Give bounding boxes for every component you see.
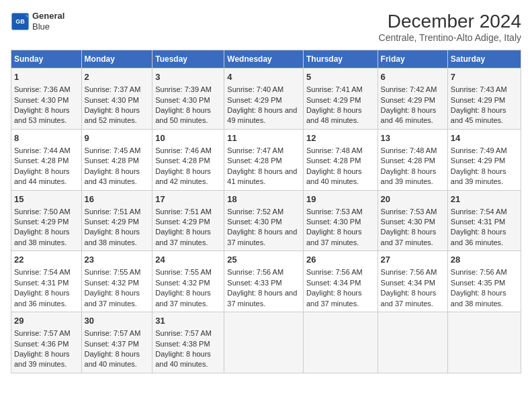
sunrise-label: Sunrise: 7:40 AM	[227, 85, 283, 93]
calendar-cell: 19Sunrise: 7:53 AMSunset: 4:30 PMDayligh…	[303, 190, 378, 251]
daylight-label: Daylight: 8 hours and 37 minutes.	[155, 289, 211, 307]
daylight-label: Daylight: 8 hours and 37 minutes.	[381, 228, 437, 246]
calendar-cell: 22Sunrise: 7:54 AMSunset: 4:31 PMDayligh…	[11, 251, 82, 312]
header: GB General Blue December 2024 Centrale, …	[11, 11, 521, 43]
day-number: 14	[451, 132, 518, 144]
calendar-table: SundayMondayTuesdayWednesdayThursdayFrid…	[11, 50, 521, 373]
day-number: 29	[14, 315, 79, 327]
sunset-label: Sunset: 4:30 PM	[306, 218, 361, 226]
daylight-label: Daylight: 8 hours and 37 minutes.	[306, 228, 362, 246]
day-header-tuesday: Tuesday	[152, 50, 224, 68]
calendar-cell: 23Sunrise: 7:55 AMSunset: 4:32 PMDayligh…	[81, 251, 152, 312]
sunset-label: Sunset: 4:32 PM	[155, 279, 210, 287]
sunset-label: Sunset: 4:28 PM	[381, 156, 435, 165]
day-number: 27	[381, 254, 445, 266]
sunset-label: Sunset: 4:34 PM	[306, 279, 361, 287]
sunrise-label: Sunrise: 7:52 AM	[227, 208, 283, 216]
daylight-label: Daylight: 8 hours and 39 minutes.	[381, 167, 437, 185]
calendar-cell: 15Sunrise: 7:50 AMSunset: 4:29 PMDayligh…	[11, 190, 82, 251]
calendar-cell: 3Sunrise: 7:39 AMSunset: 4:30 PMDaylight…	[152, 68, 224, 130]
daylight-label: Daylight: 8 hours and 49 minutes.	[227, 106, 297, 124]
day-number: 25	[227, 254, 300, 266]
sunrise-label: Sunrise: 7:57 AM	[85, 329, 141, 337]
day-number: 22	[14, 254, 79, 266]
sunrise-label: Sunrise: 7:56 AM	[451, 268, 507, 276]
daylight-label: Daylight: 8 hours and 37 minutes.	[381, 289, 437, 307]
day-number: 13	[381, 132, 445, 144]
sunrise-label: Sunrise: 7:55 AM	[155, 268, 212, 276]
daylight-label: Daylight: 8 hours and 46 minutes.	[381, 106, 437, 124]
sunset-label: Sunset: 4:29 PM	[14, 218, 69, 226]
day-header-monday: Monday	[81, 50, 152, 68]
calendar-cell: 26Sunrise: 7:56 AMSunset: 4:34 PMDayligh…	[303, 251, 378, 312]
sunset-label: Sunset: 4:28 PM	[306, 156, 361, 165]
calendar-cell: 20Sunrise: 7:53 AMSunset: 4:30 PMDayligh…	[378, 190, 447, 251]
week-row-3: 15Sunrise: 7:50 AMSunset: 4:29 PMDayligh…	[11, 190, 521, 251]
daylight-label: Daylight: 8 hours and 38 minutes.	[451, 289, 506, 307]
sunrise-label: Sunrise: 7:51 AM	[155, 208, 212, 216]
sunset-label: Sunset: 4:29 PM	[85, 218, 139, 226]
week-row-2: 8Sunrise: 7:44 AMSunset: 4:28 PMDaylight…	[11, 129, 521, 190]
day-number: 31	[155, 315, 221, 327]
sunrise-label: Sunrise: 7:44 AM	[14, 146, 71, 154]
calendar-cell	[303, 312, 378, 373]
sunset-label: Sunset: 4:28 PM	[14, 156, 69, 165]
calendar-cell: 27Sunrise: 7:56 AMSunset: 4:34 PMDayligh…	[378, 251, 447, 312]
sunset-label: Sunset: 4:29 PM	[451, 156, 505, 165]
day-number: 20	[381, 193, 445, 205]
sunrise-label: Sunrise: 7:48 AM	[306, 146, 363, 154]
calendar-cell	[224, 312, 304, 373]
calendar-cell: 14Sunrise: 7:49 AMSunset: 4:29 PMDayligh…	[447, 129, 521, 190]
sunset-label: Sunset: 4:30 PM	[155, 96, 210, 104]
day-number: 30	[85, 315, 150, 327]
daylight-label: Daylight: 8 hours and 37 minutes.	[85, 289, 140, 307]
main-title: December 2024	[379, 11, 521, 32]
calendar-cell	[378, 312, 447, 373]
logo: GB General Blue	[11, 11, 64, 32]
calendar-cell: 9Sunrise: 7:45 AMSunset: 4:28 PMDaylight…	[81, 129, 152, 190]
daylight-label: Daylight: 8 hours and 37 minutes.	[227, 289, 297, 307]
calendar-cell: 16Sunrise: 7:51 AMSunset: 4:29 PMDayligh…	[81, 190, 152, 251]
week-row-4: 22Sunrise: 7:54 AMSunset: 4:31 PMDayligh…	[11, 251, 521, 312]
day-number: 3	[155, 71, 221, 83]
title-area: December 2024 Centrale, Trentino-Alto Ad…	[379, 11, 521, 43]
day-number: 12	[306, 132, 375, 144]
calendar-cell: 17Sunrise: 7:51 AMSunset: 4:29 PMDayligh…	[152, 190, 224, 251]
sunrise-label: Sunrise: 7:55 AM	[85, 268, 141, 276]
day-number: 7	[451, 71, 518, 83]
sunrise-label: Sunrise: 7:56 AM	[306, 268, 363, 276]
sunset-label: Sunset: 4:30 PM	[14, 96, 69, 104]
daylight-label: Daylight: 8 hours and 45 minutes.	[451, 106, 506, 124]
daylight-label: Daylight: 8 hours and 36 minutes.	[14, 289, 70, 307]
sunset-label: Sunset: 4:37 PM	[85, 340, 139, 348]
header-row: SundayMondayTuesdayWednesdayThursdayFrid…	[11, 50, 521, 68]
week-row-1: 1Sunrise: 7:36 AMSunset: 4:30 PMDaylight…	[11, 68, 521, 130]
sunset-label: Sunset: 4:28 PM	[85, 156, 139, 165]
daylight-label: Daylight: 8 hours and 38 minutes.	[85, 228, 140, 246]
calendar-cell: 10Sunrise: 7:46 AMSunset: 4:28 PMDayligh…	[152, 129, 224, 190]
day-number: 28	[451, 254, 518, 266]
daylight-label: Daylight: 8 hours and 48 minutes.	[306, 106, 362, 124]
day-header-friday: Friday	[378, 50, 447, 68]
sunset-label: Sunset: 4:29 PM	[381, 96, 435, 104]
day-number: 11	[227, 132, 300, 144]
daylight-label: Daylight: 8 hours and 44 minutes.	[14, 167, 70, 185]
sunset-label: Sunset: 4:29 PM	[451, 96, 505, 104]
calendar-cell: 12Sunrise: 7:48 AMSunset: 4:28 PMDayligh…	[303, 129, 378, 190]
calendar-cell: 28Sunrise: 7:56 AMSunset: 4:35 PMDayligh…	[447, 251, 521, 312]
calendar-cell: 29Sunrise: 7:57 AMSunset: 4:36 PMDayligh…	[11, 312, 82, 373]
daylight-label: Daylight: 8 hours and 39 minutes.	[451, 167, 506, 185]
sunrise-label: Sunrise: 7:50 AM	[14, 208, 71, 216]
daylight-label: Daylight: 8 hours and 37 minutes.	[306, 289, 362, 307]
sunrise-label: Sunrise: 7:39 AM	[155, 85, 212, 93]
day-number: 5	[306, 71, 375, 83]
sunset-label: Sunset: 4:28 PM	[227, 156, 281, 165]
day-header-thursday: Thursday	[303, 50, 378, 68]
sunrise-label: Sunrise: 7:36 AM	[14, 85, 71, 93]
day-number: 17	[155, 193, 221, 205]
day-number: 21	[451, 193, 518, 205]
sunset-label: Sunset: 4:30 PM	[381, 218, 435, 226]
sunset-label: Sunset: 4:29 PM	[306, 96, 361, 104]
daylight-label: Daylight: 8 hours and 40 minutes.	[155, 350, 211, 368]
day-number: 8	[14, 132, 79, 144]
